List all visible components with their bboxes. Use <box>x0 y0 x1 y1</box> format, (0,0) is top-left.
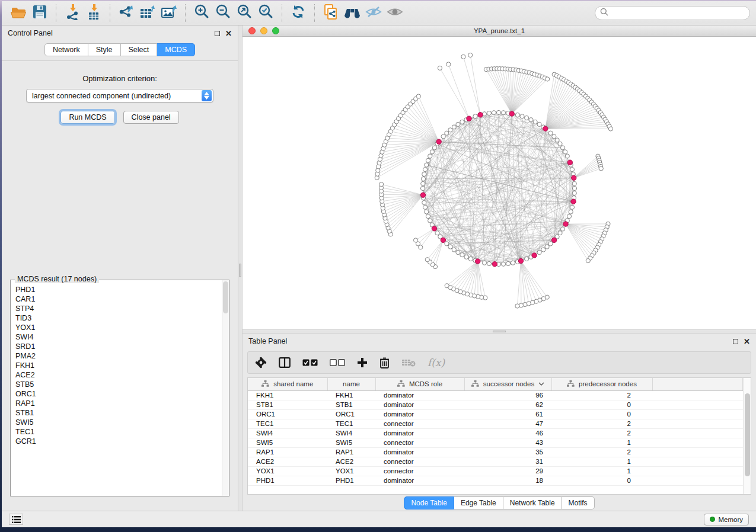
dominator-node[interactable] <box>563 222 568 226</box>
table-row[interactable]: ORC1ORC1dominator610 <box>248 409 743 419</box>
graph-node[interactable] <box>422 172 426 176</box>
delete-table-icon[interactable] <box>401 358 416 367</box>
satellite-node[interactable] <box>515 304 519 308</box>
share-session-button[interactable] <box>320 3 342 23</box>
float-panel-icon[interactable] <box>733 339 738 344</box>
satellite-node[interactable] <box>519 303 523 307</box>
dominator-node[interactable] <box>543 126 548 131</box>
mcds-result-list[interactable]: PHD1CAR1STP4TID3YOX1SWI4SRD1PMA2FKH1ACE2… <box>11 280 222 496</box>
table-row[interactable]: ACE2ACE2connector311 <box>248 457 743 466</box>
close-panel-button[interactable]: Close panel <box>123 111 179 124</box>
graph-node[interactable] <box>515 113 519 117</box>
dominator-node[interactable] <box>478 113 483 117</box>
graph-node[interactable] <box>445 242 449 246</box>
save-session-button[interactable] <box>29 3 50 23</box>
graph-node[interactable] <box>421 177 425 181</box>
satellite-node[interactable] <box>468 53 473 57</box>
graph-node[interactable] <box>511 261 515 265</box>
dominator-node[interactable] <box>420 193 425 197</box>
graph-node[interactable] <box>464 255 468 259</box>
table-tab-motifs[interactable]: Motifs <box>562 496 595 509</box>
float-panel-icon[interactable] <box>215 31 220 36</box>
import-table-button[interactable] <box>83 3 104 23</box>
graph-node[interactable] <box>426 158 430 162</box>
function-builder-icon[interactable]: f(x) <box>428 357 445 368</box>
graph-node[interactable] <box>432 146 436 150</box>
column-header-shared-name[interactable]: shared name <box>248 378 327 390</box>
graph-node[interactable] <box>529 118 533 122</box>
graph-node[interactable] <box>428 219 432 223</box>
satellite-node[interactable] <box>413 238 417 242</box>
satellite-node[interactable] <box>546 77 550 81</box>
table-tab-edge-table[interactable]: Edge Table <box>454 496 503 509</box>
graph-node[interactable] <box>506 261 510 265</box>
tab-select[interactable]: Select <box>121 43 158 56</box>
gear-icon[interactable] <box>255 357 267 368</box>
network-view-canvas[interactable] <box>243 37 756 329</box>
close-panel-icon[interactable]: ✕ <box>225 31 232 36</box>
graph-node[interactable] <box>448 245 452 249</box>
column-header-MCDS-role[interactable]: MCDS role <box>375 378 464 390</box>
zoom-selected-button[interactable] <box>255 3 276 23</box>
graph-node[interactable] <box>548 131 553 135</box>
graph-node[interactable] <box>452 248 456 252</box>
satellite-node[interactable] <box>445 284 449 288</box>
dominator-node[interactable] <box>509 111 514 116</box>
graph-node[interactable] <box>460 253 464 257</box>
table-scrollbar[interactable] <box>743 378 751 494</box>
graph-node[interactable] <box>428 154 432 158</box>
dominator-node[interactable] <box>572 175 576 180</box>
graph-node[interactable] <box>492 111 496 115</box>
satellite-node[interactable] <box>599 166 603 171</box>
dominator-node[interactable] <box>441 238 445 242</box>
run-mcds-button[interactable]: Run MCDS <box>60 111 114 124</box>
optimization-criterion-select[interactable]: largest connected component (undirected) <box>26 89 213 102</box>
dominator-node[interactable] <box>436 139 441 144</box>
graph-node[interactable] <box>520 114 524 118</box>
dominator-node[interactable] <box>551 238 556 242</box>
graph-node[interactable] <box>569 210 573 214</box>
dominator-node[interactable] <box>467 116 471 121</box>
select-all-icon[interactable] <box>302 359 318 366</box>
satellite-node[interactable] <box>416 94 420 98</box>
graph-node[interactable] <box>435 231 439 235</box>
search-input[interactable] <box>612 9 745 17</box>
task-history-button[interactable] <box>9 514 23 525</box>
satellite-node[interactable] <box>608 127 613 131</box>
graph-node[interactable] <box>473 114 477 118</box>
graph-node[interactable] <box>555 138 559 142</box>
graph-node[interactable] <box>545 245 549 249</box>
graph-node[interactable] <box>420 186 425 190</box>
zoom-in-button[interactable] <box>191 3 212 23</box>
graph-node[interactable] <box>560 146 564 150</box>
table-row[interactable]: YOX1YOX1connector291 <box>248 466 743 476</box>
graph-node[interactable] <box>572 181 576 185</box>
graph-node[interactable] <box>425 210 429 214</box>
delete-column-icon[interactable] <box>379 357 390 368</box>
global-search-field[interactable] <box>595 6 750 20</box>
table-tab-node-table[interactable]: Node Table <box>404 496 454 509</box>
table-row[interactable]: PHD1PHD1dominator180 <box>248 476 743 485</box>
graph-node[interactable] <box>525 257 529 261</box>
table-row[interactable]: SWI5SWI5connector431 <box>248 438 743 447</box>
zoom-fit-button[interactable] <box>234 3 255 23</box>
graph-node[interactable] <box>482 261 486 265</box>
refresh-button[interactable] <box>288 3 309 23</box>
satellite-node[interactable] <box>461 55 465 59</box>
graph-node[interactable] <box>421 181 425 185</box>
graph-node[interactable] <box>563 150 567 154</box>
graph-node[interactable] <box>445 131 449 135</box>
memory-button[interactable]: Memory <box>704 514 749 525</box>
graph-node[interactable] <box>487 111 491 115</box>
export-image-button[interactable] <box>158 3 180 23</box>
graph-node[interactable] <box>456 250 460 254</box>
table-row[interactable]: RAP1RAP1dominator352 <box>248 447 743 457</box>
graph-node[interactable] <box>570 205 574 209</box>
search-network-button[interactable] <box>342 3 363 23</box>
graph-node[interactable] <box>452 125 456 129</box>
table-row[interactable]: FKH1FKH1dominator962 <box>248 390 743 400</box>
graph-node[interactable] <box>487 261 491 265</box>
graph-node[interactable] <box>468 257 473 261</box>
column-header-name[interactable]: name <box>327 378 375 390</box>
vertical-splitter[interactable] <box>238 25 243 511</box>
